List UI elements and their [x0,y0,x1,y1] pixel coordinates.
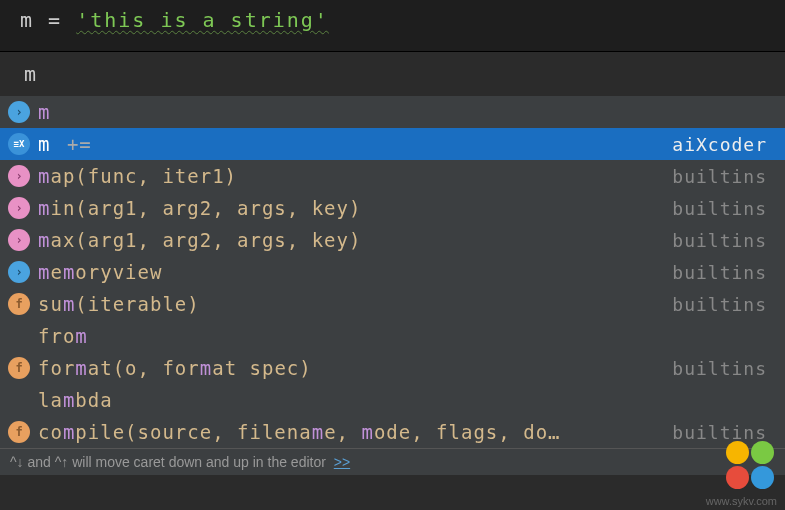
completion-input[interactable]: m [0,52,785,96]
completion-input-text: m [24,62,38,86]
suggestion-label: from [38,325,767,347]
ai-icon: ≡X [8,133,30,155]
suggestion-item[interactable]: ›map(func, iter1)builtins [0,160,785,192]
suggestion-label: min(arg1, arg2, args, key) [38,197,672,219]
class-icon: › [8,197,30,219]
keyword-icon [8,389,30,411]
keyword-icon [8,325,30,347]
suggestion-list[interactable]: ›m≡Xm +=aiXcoder›map(func, iter1)builtin… [0,96,785,448]
suggestion-label: max(arg1, arg2, args, key) [38,229,672,251]
token-string: 'this is a string' [76,8,329,32]
code-line: m = 'this is a string' [20,8,765,32]
suggestion-label: memoryview [38,261,672,283]
hint-bar: ^↓ and ^↑ will move caret down and up in… [0,448,785,475]
function-icon: f [8,421,30,443]
function-icon: f [8,357,30,379]
suggestion-item[interactable]: ›max(arg1, arg2, args, key)builtins [0,224,785,256]
suggestion-item[interactable]: ›min(arg1, arg2, args, key)builtins [0,192,785,224]
watermark-logo [725,440,775,490]
suggestion-label: format(o, format_spec) [38,357,672,379]
class-icon: › [8,229,30,251]
hint-link[interactable]: >> [334,454,350,470]
suggestion-label: lambda [38,389,767,411]
suggestion-item[interactable]: fsum(iterable)builtins [0,288,785,320]
editor-area[interactable]: m = 'this is a string' [0,0,785,52]
hint-text: ^↓ and ^↑ will move caret down and up in… [10,454,330,470]
suggestion-item[interactable]: fcompile(source, filename, mode, flags, … [0,416,785,448]
suggestion-item[interactable]: from [0,320,785,352]
suggestion-label: m [38,101,767,123]
suggestion-item[interactable]: ≡Xm +=aiXcoder [0,128,785,160]
suggestion-source: builtins [672,294,777,315]
suggestion-source: aiXcoder [672,134,777,155]
suggestion-label: sum(iterable) [38,293,672,315]
suggestion-source: builtins [672,198,777,219]
suggestion-label: m += [38,133,672,155]
suggestion-label: compile(source, filename, mode, flags, d… [38,421,672,443]
suggestion-item[interactable]: fformat(o, format_spec)builtins [0,352,785,384]
suggestion-item[interactable]: ›memoryviewbuiltins [0,256,785,288]
suggestion-source: builtins [672,262,777,283]
class-icon: › [8,261,30,283]
suggestion-source: builtins [672,230,777,251]
suggestion-item[interactable]: ›m [0,96,785,128]
class-icon: › [8,165,30,187]
suggestion-source: builtins [672,166,777,187]
token-operator: = [34,8,76,32]
suggestion-label: map(func, iter1) [38,165,672,187]
class-icon: › [8,101,30,123]
watermark-url: www.sykv.com [706,495,777,507]
suggestion-source: builtins [672,358,777,379]
token-variable: m [20,8,34,32]
suggestion-item[interactable]: lambda [0,384,785,416]
function-icon: f [8,293,30,315]
